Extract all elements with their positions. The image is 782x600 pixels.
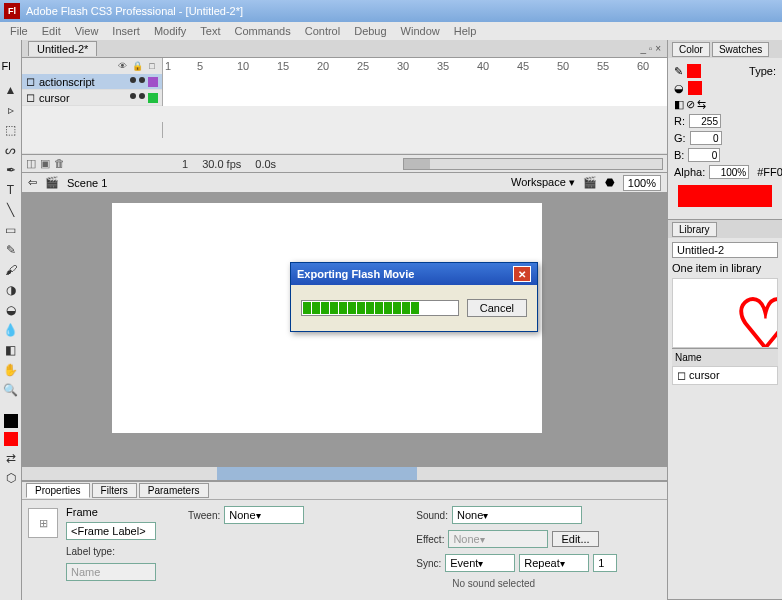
pen-tool[interactable]: ✒ — [3, 162, 19, 178]
menu-control[interactable]: Control — [299, 25, 346, 37]
sync-select[interactable]: Event ▾ — [445, 554, 515, 572]
stage-area[interactable] — [22, 193, 667, 480]
edit-scene-icon[interactable]: 🎬 — [583, 176, 597, 189]
heart-icon: ♡ — [734, 284, 778, 348]
subselection-tool[interactable]: ▹ — [3, 102, 19, 118]
delete-layer-icon[interactable]: 🗑 — [54, 157, 65, 170]
fps: 30.0 fps — [202, 158, 241, 170]
menu-insert[interactable]: Insert — [106, 25, 146, 37]
current-frame: 1 — [182, 158, 188, 170]
stage-hscrollbar[interactable] — [22, 466, 667, 480]
rectangle-tool[interactable]: ▭ — [3, 222, 19, 238]
doc-window-controls[interactable]: _ ▫ × — [640, 43, 661, 54]
label-type-select[interactable]: Name — [66, 563, 156, 581]
sound-select[interactable]: None ▾ — [452, 506, 582, 524]
tween-select[interactable]: None ▾ — [224, 506, 304, 524]
effect-select[interactable]: None ▾ — [448, 530, 548, 548]
layer-row[interactable]: ◻actionscript — [22, 74, 667, 90]
selection-tool[interactable]: ▲ — [3, 82, 19, 98]
close-icon[interactable]: ✕ — [513, 266, 531, 282]
frame-label: Frame — [66, 506, 156, 518]
lasso-tool[interactable]: ᔕ — [3, 142, 19, 158]
frame-icon: ⊞ — [28, 508, 58, 538]
eraser-tool[interactable]: ◧ — [3, 342, 19, 358]
elapsed-time: 0.0s — [255, 158, 276, 170]
stroke-swatch[interactable] — [4, 414, 18, 428]
menubar: File Edit View Insert Modify Text Comman… — [0, 22, 782, 40]
no-sound-text: No sound selected — [452, 578, 617, 589]
repeat-count[interactable]: 1 — [593, 554, 617, 572]
fill-swatch[interactable] — [4, 432, 18, 446]
app-title: Adobe Flash CS3 Professional - [Untitled… — [26, 5, 243, 17]
g-input[interactable] — [690, 131, 722, 145]
ink-bottle-tool[interactable]: ◑ — [3, 282, 19, 298]
tab-library[interactable]: Library — [672, 222, 717, 237]
menu-edit[interactable]: Edit — [36, 25, 67, 37]
snap-icon[interactable]: ⬡ — [3, 470, 19, 486]
eye-icon[interactable]: 👁 — [116, 61, 128, 71]
cancel-button[interactable]: Cancel — [467, 299, 527, 317]
tab-color[interactable]: Color — [672, 42, 710, 57]
dialog-title: Exporting Flash Movie — [297, 268, 414, 280]
tab-filters[interactable]: Filters — [92, 483, 137, 498]
library-name-col[interactable]: Name — [672, 348, 778, 366]
app-icon: Fl — [4, 3, 20, 19]
b-input[interactable] — [688, 148, 720, 162]
menu-text[interactable]: Text — [194, 25, 226, 37]
eyedropper-tool[interactable]: 💧 — [3, 322, 19, 338]
nocolor-icon[interactable]: ⊘ — [686, 98, 695, 111]
document-tab[interactable]: Untitled-2* — [28, 41, 97, 56]
paint-bucket-tool[interactable]: ◒ — [3, 302, 19, 318]
menu-view[interactable]: View — [69, 25, 105, 37]
menu-help[interactable]: Help — [448, 25, 483, 37]
menu-modify[interactable]: Modify — [148, 25, 192, 37]
tab-parameters[interactable]: Parameters — [139, 483, 209, 498]
library-doc-select[interactable]: Untitled-2 — [672, 242, 778, 258]
swap-icon[interactable]: ⇆ — [697, 98, 706, 111]
swap-colors-icon[interactable]: ⇄ — [3, 450, 19, 466]
toolbox: Fl ▲ ▹ ⬚ ᔕ ✒ T ╲ ▭ ✎ 🖌 ◑ ◒ 💧 ◧ ✋ 🔍 ⇄ ⬡ — [0, 40, 22, 600]
menu-commands[interactable]: Commands — [228, 25, 296, 37]
edit-symbol-icon[interactable]: ⬣ — [605, 176, 615, 189]
fl-badge: Fl — [2, 60, 20, 78]
line-tool[interactable]: ╲ — [3, 202, 19, 218]
pencil-tool[interactable]: ✎ — [3, 242, 19, 258]
alpha-input[interactable] — [709, 165, 749, 179]
zoom-field[interactable]: 100% — [623, 175, 661, 191]
free-transform-tool[interactable]: ⬚ — [3, 122, 19, 138]
hand-tool[interactable]: ✋ — [3, 362, 19, 378]
tab-properties[interactable]: Properties — [26, 483, 90, 498]
color-preview — [678, 185, 772, 207]
pencil-icon[interactable]: ✎ — [674, 65, 683, 78]
repeat-select[interactable]: Repeat ▾ — [519, 554, 589, 572]
back-icon[interactable]: ⇦ — [28, 176, 37, 189]
menu-file[interactable]: File — [4, 25, 34, 37]
brush-tool[interactable]: 🖌 — [3, 262, 19, 278]
bucket-icon[interactable]: ◒ — [674, 82, 684, 95]
stroke-color[interactable] — [687, 64, 701, 78]
timeline-scrollbar[interactable] — [403, 158, 663, 170]
timeline-ruler[interactable]: 1 5 10 15 20 25 30 35 40 45 50 55 60 — [162, 58, 667, 74]
library-count: One item in library — [672, 262, 778, 274]
library-item[interactable]: ◻ cursor — [672, 366, 778, 385]
scene-name[interactable]: Scene 1 — [67, 177, 107, 189]
edit-effect-button[interactable]: Edit... — [552, 531, 598, 547]
outline-icon[interactable]: □ — [146, 61, 158, 71]
zoom-tool[interactable]: 🔍 — [3, 382, 19, 398]
timeline-panel: 👁 🔒 □ 1 5 10 15 20 25 30 35 40 45 50 55 — [22, 58, 667, 173]
menu-window[interactable]: Window — [395, 25, 446, 37]
export-dialog: Exporting Flash Movie ✕ Cancel — [290, 262, 538, 332]
bw-icon[interactable]: ◧ — [674, 98, 684, 111]
new-folder-icon[interactable]: ▣ — [40, 157, 50, 170]
layer-row[interactable]: ◻cursor — [22, 90, 667, 106]
fill-color[interactable] — [688, 81, 702, 95]
new-layer-icon[interactable]: ◫ — [26, 157, 36, 170]
frame-label-input[interactable]: <Frame Label> — [66, 522, 156, 540]
text-tool[interactable]: T — [3, 182, 19, 198]
r-input[interactable] — [689, 114, 721, 128]
menu-debug[interactable]: Debug — [348, 25, 392, 37]
lock-icon[interactable]: 🔒 — [131, 61, 143, 71]
workspace-menu[interactable]: Workspace ▾ — [511, 176, 575, 189]
tab-swatches[interactable]: Swatches — [712, 42, 769, 57]
progress-bar — [301, 300, 459, 316]
